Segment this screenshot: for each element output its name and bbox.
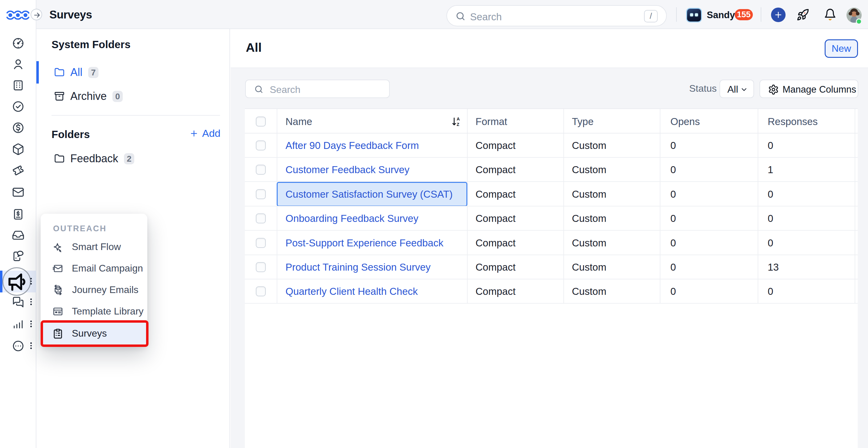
svg-text:Z: Z <box>457 122 460 127</box>
svg-text:A: A <box>457 116 460 122</box>
